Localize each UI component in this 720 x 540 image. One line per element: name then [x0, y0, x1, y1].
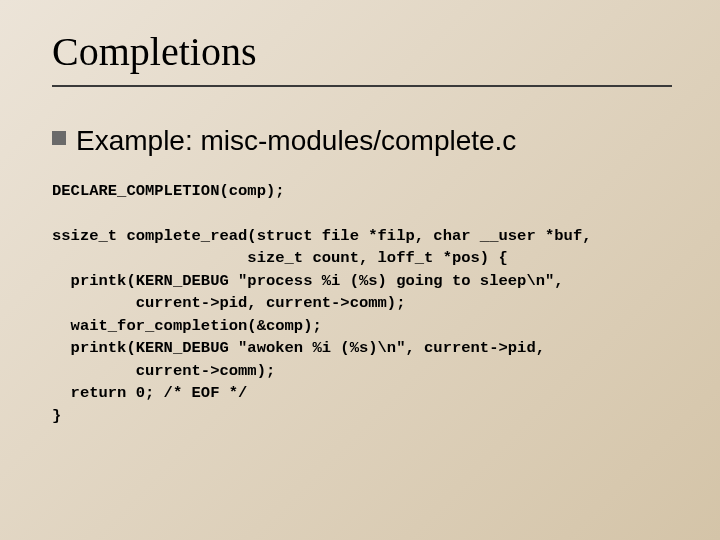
bullet-square-icon — [52, 131, 66, 145]
bullet-text: Example: misc-modules/complete.c — [76, 123, 516, 158]
title-underline — [52, 85, 672, 87]
code-block: DECLARE_COMPLETION(comp); ssize_t comple… — [52, 180, 672, 427]
slide: Completions Example: misc-modules/comple… — [0, 0, 720, 540]
bullet-row: Example: misc-modules/complete.c — [52, 123, 672, 158]
slide-title: Completions — [52, 28, 672, 79]
